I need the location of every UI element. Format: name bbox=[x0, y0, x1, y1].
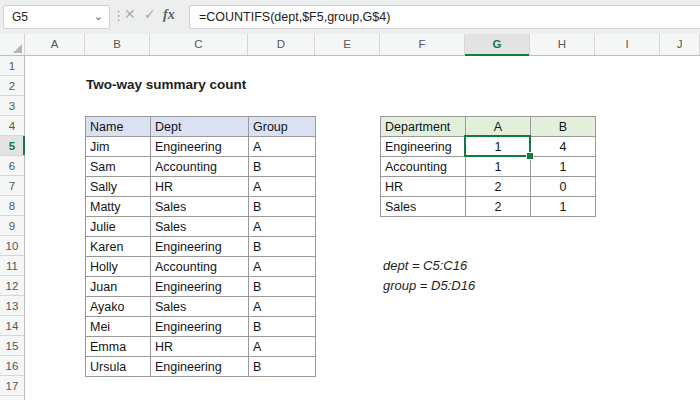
column-header-C[interactable]: C bbox=[150, 34, 248, 55]
row-header-13[interactable]: 13 bbox=[0, 296, 24, 316]
named-range-note-dept: dept = C5:C16 bbox=[383, 256, 467, 276]
cell[interactable]: Mei bbox=[86, 317, 151, 337]
header-cell[interactable]: Name bbox=[86, 117, 151, 137]
row-header-16[interactable]: 16 bbox=[0, 356, 24, 376]
fill-handle[interactable] bbox=[526, 152, 534, 160]
data-table: NameDeptGroupJimEngineeringASamAccountin… bbox=[85, 116, 316, 377]
row-header-15[interactable]: 15 bbox=[0, 336, 24, 356]
cell[interactable]: B bbox=[249, 197, 316, 217]
row-header-10[interactable]: 10 bbox=[0, 236, 24, 256]
cell[interactable]: Karen bbox=[86, 237, 151, 257]
cell[interactable]: Accounting bbox=[381, 157, 466, 177]
row-header-6[interactable]: 6 bbox=[0, 156, 24, 176]
cell[interactable]: B bbox=[249, 317, 316, 337]
cell[interactable]: Engineering bbox=[151, 137, 249, 157]
cell[interactable]: Sally bbox=[86, 177, 151, 197]
header-cell[interactable]: Department bbox=[381, 117, 466, 137]
cell[interactable]: Accounting bbox=[151, 157, 249, 177]
column-header-H[interactable]: H bbox=[530, 34, 595, 55]
cell[interactable]: Accounting bbox=[151, 257, 249, 277]
select-all-triangle-icon bbox=[13, 44, 22, 53]
name-box-value: G5 bbox=[4, 10, 28, 24]
named-range-note-group: group = D5:D16 bbox=[383, 276, 475, 296]
chevron-down-icon[interactable]: ⌄ bbox=[94, 6, 103, 26]
row-header-5[interactable]: 5 bbox=[0, 136, 24, 156]
cell[interactable]: Sales bbox=[151, 197, 249, 217]
cell[interactable]: Jim bbox=[86, 137, 151, 157]
formula-input[interactable]: =COUNTIFS(dept,$F5,group,G$4) bbox=[189, 5, 700, 29]
cell[interactable]: Sales bbox=[151, 217, 249, 237]
cell[interactable]: 1 bbox=[466, 157, 531, 177]
header-cell[interactable]: B bbox=[531, 117, 596, 137]
cell[interactable]: Juan bbox=[86, 277, 151, 297]
enter-icon[interactable]: ✓ bbox=[144, 6, 156, 22]
row-header-14[interactable]: 14 bbox=[0, 316, 24, 336]
summary-table: DepartmentABEngineering14Accounting11HR2… bbox=[380, 116, 596, 217]
cell[interactable]: A bbox=[249, 337, 316, 357]
insert-function-icon[interactable]: fx bbox=[163, 7, 175, 23]
select-all-button[interactable] bbox=[0, 34, 25, 55]
row-header-2[interactable]: 2 bbox=[0, 76, 24, 96]
cell[interactable]: HR bbox=[151, 177, 249, 197]
cell[interactable]: A bbox=[249, 257, 316, 277]
column-header-A[interactable]: A bbox=[25, 34, 85, 55]
column-header-E[interactable]: E bbox=[315, 34, 380, 55]
row-header-17[interactable]: 17 bbox=[0, 376, 24, 396]
row-header-9[interactable]: 9 bbox=[0, 216, 24, 236]
cell[interactable]: Julie bbox=[86, 217, 151, 237]
cell[interactable]: B bbox=[249, 277, 316, 297]
excel-window: G5 ⌄ ⋮ ✕ ✓ fx =COUNTIFS(dept,$F5,group,G… bbox=[0, 0, 700, 400]
cell[interactable]: A bbox=[249, 297, 316, 317]
row-header-7[interactable]: 7 bbox=[0, 176, 24, 196]
cell[interactable]: Ayako bbox=[86, 297, 151, 317]
cell[interactable]: 0 bbox=[531, 177, 596, 197]
cell[interactable]: 1 bbox=[531, 157, 596, 177]
cell[interactable]: Engineering bbox=[381, 137, 466, 157]
selected-cell-outline[interactable] bbox=[464, 135, 531, 157]
cell[interactable]: HR bbox=[151, 337, 249, 357]
cell[interactable]: 2 bbox=[466, 197, 531, 217]
sheet-title: Two-way summary count bbox=[86, 77, 246, 92]
header-cell[interactable]: A bbox=[466, 117, 531, 137]
cell[interactable]: Matty bbox=[86, 197, 151, 217]
row-header-3[interactable]: 3 bbox=[0, 96, 24, 116]
formula-bar: G5 ⌄ ⋮ ✕ ✓ fx =COUNTIFS(dept,$F5,group,G… bbox=[0, 0, 700, 34]
column-header-J[interactable]: J bbox=[660, 34, 700, 55]
cell[interactable]: Sales bbox=[151, 297, 249, 317]
header-cell[interactable]: Group bbox=[249, 117, 316, 137]
cell[interactable]: Sales bbox=[381, 197, 466, 217]
cell[interactable]: Ursula bbox=[86, 357, 151, 377]
header-cell[interactable]: Dept bbox=[151, 117, 249, 137]
column-header-G[interactable]: G bbox=[465, 34, 530, 55]
formula-text: =COUNTIFS(dept,$F5,group,G$4) bbox=[190, 10, 390, 24]
cell[interactable]: B bbox=[249, 237, 316, 257]
column-header-B[interactable]: B bbox=[85, 34, 150, 55]
cell[interactable]: Engineering bbox=[151, 357, 249, 377]
cell[interactable]: Engineering bbox=[151, 237, 249, 257]
cell[interactable]: B bbox=[249, 157, 316, 177]
name-box[interactable]: G5 ⌄ bbox=[3, 5, 110, 29]
column-header-F[interactable]: F bbox=[380, 34, 465, 55]
row-header-8[interactable]: 8 bbox=[0, 196, 24, 216]
cell[interactable]: HR bbox=[381, 177, 466, 197]
cell[interactable]: B bbox=[249, 357, 316, 377]
cell[interactable]: 2 bbox=[466, 177, 531, 197]
cancel-icon[interactable]: ✕ bbox=[124, 6, 136, 22]
row-header-12[interactable]: 12 bbox=[0, 276, 24, 296]
column-header-I[interactable]: I bbox=[595, 34, 660, 55]
cell[interactable]: 4 bbox=[531, 137, 596, 157]
cell[interactable]: Emma bbox=[86, 337, 151, 357]
column-header-D[interactable]: D bbox=[248, 34, 315, 55]
cell[interactable]: Holly bbox=[86, 257, 151, 277]
row-header-1[interactable]: 1 bbox=[0, 56, 24, 76]
cell[interactable]: A bbox=[249, 137, 316, 157]
row-header-11[interactable]: 11 bbox=[0, 256, 24, 276]
cell[interactable]: Sam bbox=[86, 157, 151, 177]
cell[interactable]: Engineering bbox=[151, 317, 249, 337]
cell[interactable]: A bbox=[249, 217, 316, 237]
cell[interactable]: 1 bbox=[531, 197, 596, 217]
cell[interactable]: Engineering bbox=[151, 277, 249, 297]
cell[interactable]: A bbox=[249, 177, 316, 197]
row-header-4[interactable]: 4 bbox=[0, 116, 24, 136]
